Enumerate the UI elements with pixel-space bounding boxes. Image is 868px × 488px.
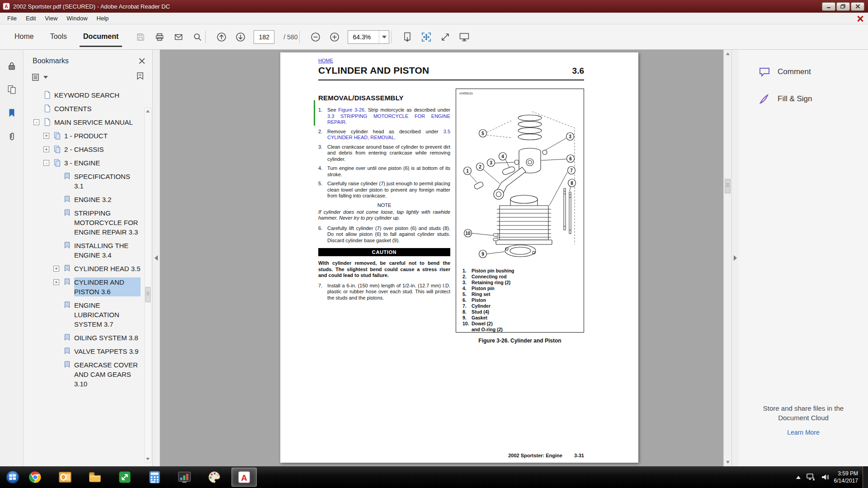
acrobat-window: A 2002 Sportster.pdf (SECURED) - Adobe A…: [0, 0, 868, 488]
taskbar-clock[interactable]: 3:59 PM 6/14/2017: [834, 470, 858, 484]
bookmark-item[interactable]: + 2 - CHASSIS: [24, 145, 141, 154]
bookmark-item[interactable]: + CYLINDER HEAD 3.5: [24, 264, 141, 273]
bookmark-item[interactable]: ENGINE LUBRICATION SYSTEM 3.7: [24, 300, 141, 329]
taskbar-paint-button[interactable]: [202, 468, 227, 487]
bookmark-actions-button[interactable]: [135, 71, 145, 83]
bookmark-item[interactable]: STRIPPING MOTORCYCLE FOR ENGINE REPAIR 3…: [24, 208, 141, 237]
bookmark-item[interactable]: SPECIFICATIONS 3.1: [24, 172, 141, 191]
scroll-mode-button[interactable]: [401, 31, 413, 43]
menu-bar: File Edit View Window Help: [0, 13, 868, 24]
security-lock-button[interactable]: [5, 60, 18, 72]
attachments-button[interactable]: [5, 130, 18, 143]
close-button[interactable]: [851, 2, 864, 11]
zoom-in-icon: [330, 32, 340, 42]
menu-view[interactable]: View: [40, 13, 62, 24]
search-button[interactable]: [192, 31, 203, 43]
bookmark-item[interactable]: - 3 - ENGINE: [24, 158, 141, 168]
bookmarks-close-icon[interactable]: [139, 58, 145, 64]
bookmark-item[interactable]: OILING SYSTEM 3.8: [24, 333, 141, 343]
expand-toggle-icon[interactable]: +: [43, 146, 49, 152]
menu-edit[interactable]: Edit: [21, 13, 40, 24]
expand-toggle-icon[interactable]: +: [53, 279, 59, 285]
bookmark-item[interactable]: CONTENTS: [24, 104, 141, 113]
step-item: 2. Remove cylinder head as described und…: [318, 129, 450, 141]
menu-file[interactable]: File: [3, 13, 21, 24]
taskbar-acrobat-button-active[interactable]: A: [231, 468, 257, 487]
expand-toggle-icon[interactable]: +: [53, 266, 59, 272]
bookmark-item[interactable]: KEYWORD SEARCH: [24, 90, 141, 100]
scroll-up-icon[interactable]: [145, 108, 151, 114]
learn-more-link[interactable]: Learn More: [787, 429, 820, 436]
figure-link[interactable]: Figure 3-26: [338, 107, 364, 113]
svg-text:7: 7: [570, 168, 573, 173]
close-document-icon[interactable]: [857, 15, 863, 22]
bookmark-item[interactable]: - MAIN SERVICE MANUAL: [24, 117, 141, 127]
note-text: If cylinder does not come loose, tap lig…: [318, 209, 450, 221]
bookmarks-panel-button[interactable]: [5, 107, 18, 119]
print-button[interactable]: [154, 31, 165, 43]
presentation-button[interactable]: [458, 31, 470, 43]
minimize-button[interactable]: [822, 2, 835, 11]
taskbar-file-explorer-button[interactable]: [82, 468, 108, 487]
section-link[interactable]: 3.3 STRIPPING MOTORCYCLE FOR ENGINE REPA…: [327, 113, 450, 125]
scroll-up-icon[interactable]: [725, 51, 731, 57]
save-button[interactable]: [135, 31, 146, 43]
collapse-left-panel-handle[interactable]: [153, 50, 160, 466]
email-button[interactable]: [173, 31, 184, 43]
zoom-level-select[interactable]: 64.3%: [348, 30, 389, 44]
chevron-down-icon: [43, 76, 48, 79]
collapse-right-panel-handle[interactable]: [731, 50, 739, 466]
scrollbar-thumb[interactable]: [145, 287, 151, 302]
paperclip-icon: [7, 131, 17, 141]
tab-document[interactable]: Document: [75, 24, 127, 50]
bookmark-item[interactable]: ENGINE 3.2: [24, 195, 141, 204]
zoom-in-button[interactable]: [329, 31, 340, 43]
menu-window[interactable]: Window: [62, 13, 92, 24]
start-button[interactable]: [3, 467, 23, 487]
chevron-down-icon[interactable]: [379, 31, 389, 43]
tools-panel: Comment Fill & Sign Store and share file…: [739, 50, 868, 466]
show-hidden-icons-icon[interactable]: [796, 476, 801, 479]
window-title: 2002 Sportster.pdf (SECURED) - Adobe Acr…: [13, 3, 170, 10]
monitor-icon: [459, 32, 470, 42]
fullscreen-button[interactable]: [439, 31, 451, 43]
taskbar-system-monitor-button[interactable]: [172, 468, 197, 487]
page-number-input[interactable]: [254, 30, 274, 44]
network-icon[interactable]: [806, 473, 815, 481]
bookmark-item-selected[interactable]: + CYLINDER AND PISTON 3.6: [24, 277, 141, 296]
page-thumbnails-button[interactable]: [5, 83, 18, 96]
taskbar-outlook-button[interactable]: [52, 468, 78, 487]
bookmark-item[interactable]: VALVE TAPPETS 3.9: [24, 347, 141, 356]
show-desktop-button[interactable]: [863, 466, 868, 488]
bookmark-flag-icon: [63, 241, 71, 249]
collapse-toggle-icon[interactable]: -: [33, 119, 39, 125]
taskbar-calculator-button[interactable]: [142, 468, 167, 487]
taskbar-chrome-button[interactable]: [23, 468, 48, 487]
previous-page-button[interactable]: [216, 31, 227, 43]
menu-help[interactable]: Help: [92, 13, 113, 24]
bookmark-options-button[interactable]: [32, 73, 48, 82]
bookmark-item[interactable]: INSTALLING THE ENGINE 3.4: [24, 241, 141, 260]
bookmarks-scrollbar[interactable]: [144, 108, 151, 463]
volume-icon[interactable]: [821, 473, 830, 481]
tab-home[interactable]: Home: [6, 24, 42, 50]
document-scrollbar[interactable]: [723, 50, 731, 466]
restore-button[interactable]: [836, 2, 850, 11]
scroll-down-icon[interactable]: [725, 459, 731, 465]
step-item: 5. Carefully raise cylinder (7) just eno…: [318, 181, 450, 199]
home-link[interactable]: HOME: [318, 58, 333, 63]
bookmark-item[interactable]: GEARCASE COVER AND CAM GEARS 3.10: [24, 360, 141, 389]
next-page-button[interactable]: [235, 31, 246, 43]
fit-page-button[interactable]: [420, 31, 432, 43]
comment-tool[interactable]: Comment: [739, 66, 868, 78]
zoom-out-button[interactable]: [310, 31, 321, 43]
expand-toggle-icon[interactable]: +: [43, 133, 49, 139]
scroll-down-icon[interactable]: [145, 456, 151, 462]
bookmark-item[interactable]: + 1 - PRODUCT: [24, 131, 141, 141]
fill-sign-tool[interactable]: Fill & Sign: [739, 93, 868, 105]
step-item: 1. See Figure 3-26. Strip motorcycle as …: [318, 107, 450, 126]
tab-tools[interactable]: Tools: [42, 24, 75, 50]
collapse-toggle-icon[interactable]: -: [43, 160, 49, 166]
taskbar-green-app-button[interactable]: [112, 468, 137, 487]
scrollbar-thumb[interactable]: [725, 179, 731, 193]
